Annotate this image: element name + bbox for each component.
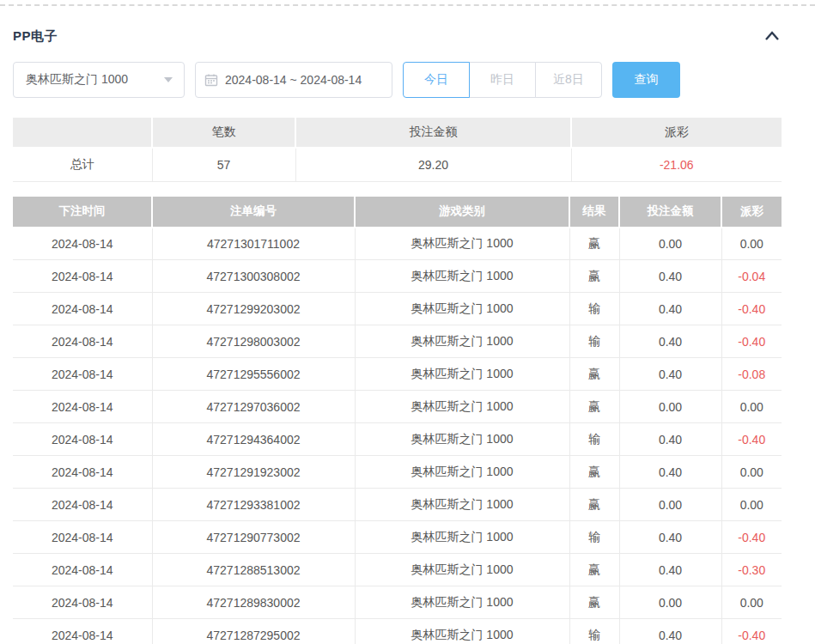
cell-payout: 0.00 (721, 586, 782, 619)
cell-order-id: 47271294364002 (152, 423, 355, 456)
summary-header-payout: 派彩 (571, 117, 782, 148)
cell-bet-amount: 0.00 (619, 586, 721, 619)
cell-order-id: 47271293381002 (152, 489, 355, 521)
game-select[interactable]: 奥林匹斯之门 1000 (13, 62, 185, 98)
cell-bet-amount: 0.40 (619, 325, 721, 358)
cell-result: 赢 (569, 586, 619, 619)
table-row: 2024-08-1447271290773002奥林匹斯之门 1000输0.40… (13, 521, 782, 554)
cell-game-type: 奥林匹斯之门 1000 (355, 456, 569, 489)
cell-bet-amount: 0.40 (619, 456, 721, 489)
summary-header-blank (13, 117, 152, 148)
col-header-result: 结果 (569, 196, 619, 228)
query-button[interactable]: 查询 (612, 62, 680, 98)
last-8-days-button[interactable]: 近8日 (535, 62, 602, 98)
col-header-order-id: 注单编号 (152, 196, 355, 228)
cell-bet-amount: 0.40 (619, 260, 721, 293)
cell-order-id: 47271299203002 (152, 293, 355, 325)
table-row: 2024-08-1447271301711002奥林匹斯之门 1000赢0.00… (13, 228, 782, 260)
cell-bet-amount: 0.40 (619, 521, 721, 554)
cell-payout: 0.00 (721, 228, 782, 260)
cell-result: 赢 (569, 358, 619, 391)
table-row: 2024-08-1447271294364002奥林匹斯之门 1000输0.40… (13, 423, 782, 456)
cell-order-id: 47271298003002 (152, 325, 355, 358)
cell-order-id: 47271295556002 (152, 358, 355, 391)
cell-bet-time: 2024-08-14 (13, 554, 152, 586)
summary-total-payout: -21.06 (571, 148, 782, 181)
cell-game-type: 奥林匹斯之门 1000 (355, 489, 569, 521)
calendar-icon (204, 73, 218, 87)
cell-order-id: 47271291923002 (152, 456, 355, 489)
cell-order-id: 47271297036002 (152, 391, 355, 423)
cell-bet-amount: 0.40 (619, 358, 721, 391)
table-row: 2024-08-1447271293381002奥林匹斯之门 1000赢0.00… (13, 489, 782, 521)
summary-header-bet-amount: 投注金额 (295, 117, 571, 148)
cell-payout: 0.00 (721, 489, 782, 521)
cell-bet-amount: 0.40 (619, 554, 721, 586)
cell-order-id: 47271301711002 (152, 228, 355, 260)
cell-bet-amount: 0.00 (619, 489, 721, 521)
cell-game-type: 奥林匹斯之门 1000 (355, 423, 569, 456)
cell-game-type: 奥林匹斯之门 1000 (355, 228, 569, 260)
cell-bet-time: 2024-08-14 (13, 358, 152, 391)
cell-order-id: 47271300308002 (152, 260, 355, 293)
cell-bet-time: 2024-08-14 (13, 619, 152, 644)
cell-order-id: 47271287295002 (152, 619, 355, 644)
table-row: 2024-08-1447271291923002奥林匹斯之门 1000赢0.40… (13, 456, 782, 489)
cell-result: 赢 (569, 228, 619, 260)
cell-result: 赢 (569, 456, 619, 489)
chevron-up-icon (763, 30, 781, 42)
table-row: 2024-08-1447271297036002奥林匹斯之门 1000赢0.00… (13, 391, 782, 423)
cell-payout: -0.40 (721, 619, 782, 644)
yesterday-button[interactable]: 昨日 (469, 62, 536, 98)
cell-payout: -0.40 (721, 325, 782, 358)
summary-total-row: 总计 57 29.20 -21.06 (13, 148, 782, 181)
filter-bar: 奥林匹斯之门 1000 2024-08-14 ~ 2024-08-14 今日 昨… (13, 62, 782, 98)
cell-game-type: 奥林匹斯之门 1000 (355, 325, 569, 358)
summary-total-label: 总计 (13, 148, 152, 181)
cell-bet-amount: 0.40 (619, 293, 721, 325)
cell-game-type: 奥林匹斯之门 1000 (355, 358, 569, 391)
cell-payout: -0.30 (721, 554, 782, 586)
cell-payout: -0.40 (721, 521, 782, 554)
date-range-value: 2024-08-14 ~ 2024-08-14 (225, 73, 362, 87)
cell-result: 输 (569, 325, 619, 358)
cell-bet-time: 2024-08-14 (13, 423, 152, 456)
cell-payout: -0.40 (721, 293, 782, 325)
cell-payout: 0.00 (721, 456, 782, 489)
cell-bet-amount: 0.00 (619, 391, 721, 423)
cell-bet-time: 2024-08-14 (13, 391, 152, 423)
cell-bet-time: 2024-08-14 (13, 228, 152, 260)
cell-payout: -0.08 (721, 358, 782, 391)
cell-game-type: 奥林匹斯之门 1000 (355, 260, 569, 293)
cell-order-id: 47271290773002 (152, 521, 355, 554)
cell-payout: -0.40 (721, 423, 782, 456)
cell-result: 赢 (569, 391, 619, 423)
date-range-input[interactable]: 2024-08-14 ~ 2024-08-14 (195, 62, 392, 98)
cell-result: 赢 (569, 489, 619, 521)
cell-result: 输 (569, 521, 619, 554)
cell-bet-time: 2024-08-14 (13, 260, 152, 293)
cell-game-type: 奥林匹斯之门 1000 (355, 586, 569, 619)
today-button[interactable]: 今日 (403, 62, 470, 98)
table-row: 2024-08-1447271295556002奥林匹斯之门 1000赢0.40… (13, 358, 782, 391)
summary-table: 笔数 投注金额 派彩 总计 57 29.20 -21.06 (13, 116, 782, 182)
cell-bet-time: 2024-08-14 (13, 489, 152, 521)
summary-header-row: 笔数 投注金额 派彩 (13, 117, 782, 148)
col-header-game-type: 游戏类别 (355, 196, 569, 228)
table-row: 2024-08-1447271289830002奥林匹斯之门 1000赢0.00… (13, 586, 782, 619)
cell-payout: 0.00 (721, 391, 782, 423)
summary-header-count: 笔数 (152, 117, 295, 148)
cell-bet-amount: 0.00 (619, 228, 721, 260)
table-row: 2024-08-1447271288513002奥林匹斯之门 1000赢0.40… (13, 554, 782, 586)
cell-result: 赢 (569, 260, 619, 293)
collapse-panel-button[interactable] (763, 27, 782, 46)
section-divider (0, 4, 815, 6)
cell-order-id: 47271289830002 (152, 586, 355, 619)
bet-table-header-row: 下注时间 注单编号 游戏类别 结果 投注金额 派彩 (13, 196, 782, 228)
cell-game-type: 奥林匹斯之门 1000 (355, 391, 569, 423)
cell-bet-time: 2024-08-14 (13, 521, 152, 554)
page-title: PP电子 (13, 28, 58, 45)
col-header-payout: 派彩 (721, 196, 782, 228)
cell-bet-time: 2024-08-14 (13, 293, 152, 325)
cell-result: 输 (569, 619, 619, 644)
